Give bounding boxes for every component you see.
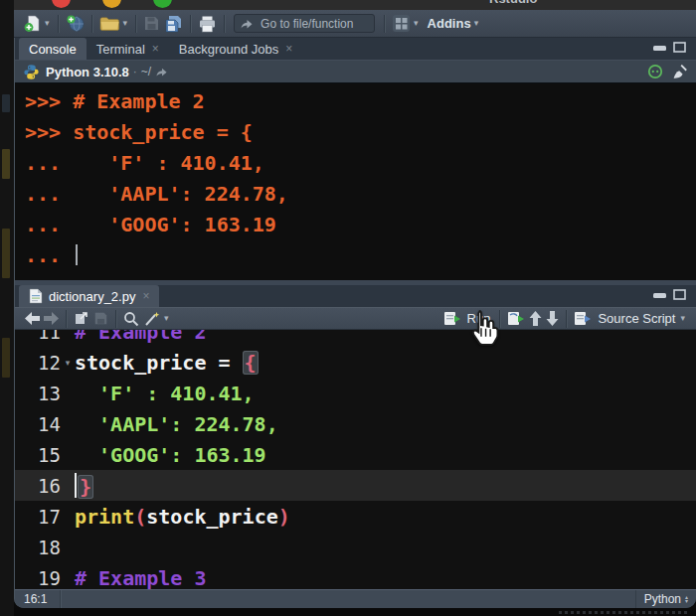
tab-label: Background Jobs	[179, 42, 278, 57]
tab-label: Console	[29, 42, 77, 57]
code-text: 'AAPL': 224.78,	[75, 412, 278, 436]
minimize-window-button[interactable]	[102, 0, 121, 8]
magic-wand-icon	[143, 311, 161, 327]
new-file-icon	[23, 14, 42, 33]
working-directory[interactable]: ~/	[141, 65, 151, 78]
code-text: }	[75, 473, 93, 499]
tab-label: Terminal	[96, 42, 145, 57]
code-tools-button[interactable]	[141, 307, 163, 331]
console-line: ...	[25, 240, 696, 271]
code-tools-dropdown-icon[interactable]: ▾	[164, 314, 169, 323]
code-line-16[interactable]: 16}	[15, 470, 696, 501]
maximize-pane-icon[interactable]	[673, 289, 686, 300]
language-selector[interactable]: Python ▴▾	[635, 590, 696, 608]
new-file-dropdown-icon[interactable]: ▾	[45, 19, 50, 28]
source-script-button[interactable]	[572, 307, 594, 331]
editor-pane-controls	[653, 289, 686, 300]
line-number: 18	[15, 537, 61, 558]
up-arrow-icon	[529, 311, 542, 326]
line-number: 19	[15, 567, 61, 589]
new-file-button[interactable]	[21, 12, 44, 36]
hand-cursor	[465, 309, 501, 349]
close-window-button[interactable]	[52, 0, 71, 8]
back-button[interactable]	[23, 307, 42, 331]
tab-background-jobs[interactable]: Background Jobs×	[169, 38, 302, 60]
down-arrow-icon	[546, 311, 559, 326]
open-directory-icon[interactable]	[155, 66, 168, 77]
save-editor-button[interactable]	[91, 307, 110, 331]
editor-statusbar: 16:1 Python ▴▾	[15, 589, 696, 608]
clear-console-icon[interactable]	[671, 64, 688, 79]
save-all-button[interactable]	[162, 12, 185, 36]
console-caret	[76, 244, 78, 265]
source-script-label[interactable]: Source Script	[598, 311, 675, 326]
new-project-icon	[66, 14, 85, 33]
toolbar-separator	[66, 310, 67, 328]
code-line-14[interactable]: 14 'AAPL': 224.78,	[15, 408, 696, 439]
print-button[interactable]	[196, 12, 219, 36]
code-line-18[interactable]: 18	[15, 532, 696, 562]
tab-console[interactable]: Console	[19, 38, 87, 60]
addins-dropdown-icon[interactable]: ▾	[474, 19, 479, 28]
desktop-edge	[0, 0, 14, 616]
code-area[interactable]: 11# Example 212▾stock_price = {13 'F' : …	[15, 330, 696, 589]
save-button[interactable]	[141, 12, 162, 36]
new-project-button[interactable]	[64, 12, 87, 36]
console-line: ... 'GOOG': 163.19	[25, 210, 696, 240]
goto-file-input[interactable]	[234, 14, 375, 33]
open-folder-icon	[99, 15, 120, 32]
source-dropdown-icon[interactable]: ▾	[680, 314, 685, 323]
run-button[interactable]	[441, 307, 463, 331]
tab-terminal[interactable]: Terminal×	[87, 38, 169, 60]
addins-button[interactable]: Addins	[428, 16, 471, 31]
run-next-button[interactable]	[544, 307, 561, 331]
console-engine-label: Python 3.10.8	[46, 65, 129, 79]
toolbar-separator	[384, 15, 385, 33]
code-line-13[interactable]: 13 'F' : 410.41,	[15, 378, 696, 408]
session-status-icon[interactable]	[647, 64, 663, 79]
print-icon	[198, 15, 217, 33]
console-header-controls	[647, 64, 688, 79]
toolbar-separator	[58, 15, 59, 33]
goto-file-search[interactable]	[234, 14, 375, 34]
open-file-button[interactable]	[97, 12, 122, 36]
editor-body[interactable]: 11# Example 212▾stock_price = {13 'F' : …	[15, 330, 696, 589]
open-new-window-button[interactable]	[72, 307, 91, 331]
close-tab-icon[interactable]: ×	[152, 43, 159, 55]
maximize-pane-icon[interactable]	[673, 42, 686, 53]
titlebar: Rstudio	[14, 0, 696, 10]
source-icon	[574, 311, 592, 327]
run-previous-button[interactable]	[527, 307, 544, 331]
editor-tab-dictionary-2[interactable]: dictionary_2.py ×	[19, 285, 159, 307]
rerun-button[interactable]	[505, 307, 527, 331]
line-number: 13	[15, 383, 61, 404]
desktop-artifact	[2, 229, 10, 278]
close-tab-icon[interactable]: ×	[142, 290, 149, 302]
code-line-11[interactable]: 11# Example 2	[15, 330, 696, 347]
line-number: 16	[15, 475, 61, 497]
run-icon	[443, 311, 461, 327]
fold-arrow-icon[interactable]: ▾	[61, 358, 75, 368]
code-line-19[interactable]: 19# Example 3	[15, 562, 696, 589]
save-editor-icon	[93, 311, 108, 326]
editor-pane: dictionary_2.py ×	[15, 285, 696, 589]
console-header: Python 3.10.8 · ~/	[15, 60, 696, 82]
addins-grid-button[interactable]	[390, 12, 413, 36]
minimize-pane-icon[interactable]	[653, 43, 666, 53]
open-file-dropdown-icon[interactable]: ▾	[123, 19, 128, 28]
forward-button[interactable]	[42, 307, 61, 331]
code-line-15[interactable]: 15 'GOOG': 163.19	[15, 439, 696, 470]
back-icon	[25, 312, 40, 325]
console-line: ... 'F' : 410.41,	[25, 148, 696, 179]
zoom-window-button[interactable]	[153, 0, 172, 8]
language-spinner-icon[interactable]: ▴▾	[685, 595, 688, 603]
addins-grid-dropdown-icon[interactable]: ▾	[414, 19, 419, 28]
console-pane-controls	[653, 42, 686, 53]
find-button[interactable]	[121, 307, 141, 331]
code-line-17[interactable]: 17print(stock_price)	[15, 501, 696, 532]
console-output[interactable]: >>> # Example 2>>> stock_price = {... 'F…	[15, 82, 696, 280]
close-tab-icon[interactable]: ×	[285, 43, 292, 55]
code-line-12[interactable]: 12▾stock_price = {	[15, 347, 696, 378]
console-line: >>> # Example 2	[25, 86, 696, 117]
minimize-pane-icon[interactable]	[653, 290, 666, 300]
